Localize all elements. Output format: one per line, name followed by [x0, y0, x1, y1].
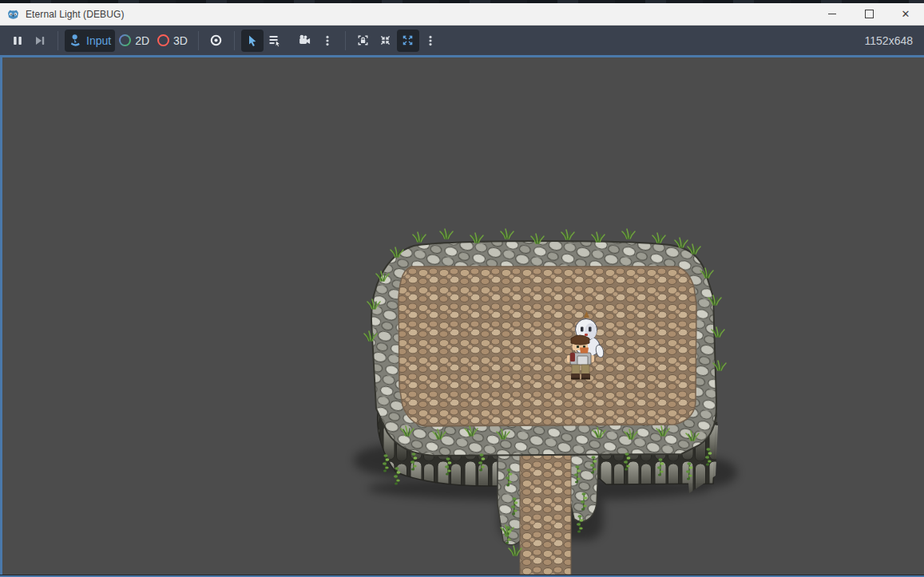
window-controls: ✕ [814, 3, 924, 25]
maximize-icon [865, 10, 874, 18]
input-mode-label: Input [86, 34, 111, 47]
frame-lock-icon [356, 34, 370, 47]
camera-target-button[interactable] [205, 30, 228, 52]
expand-window-button[interactable] [397, 30, 419, 52]
pause-button[interactable] [6, 30, 29, 52]
circle-dot-icon [209, 34, 223, 47]
mode-3d-label: 3D [173, 34, 188, 47]
green-ring-icon [119, 34, 131, 46]
toolbar-separator [345, 31, 346, 50]
embed-game-button[interactable] [352, 30, 375, 52]
select-mode-button[interactable] [241, 30, 264, 52]
select-list-button[interactable] [264, 30, 286, 52]
mode-2d-label: 2D [135, 34, 149, 47]
kebab-menu-icon [321, 34, 334, 47]
godot-icon [7, 8, 19, 20]
input-mode-button[interactable]: Input [65, 30, 115, 52]
toolbar-separator [234, 31, 235, 50]
resolution-label: 1152x648 [865, 34, 913, 47]
game-scene [2, 57, 924, 575]
mode-2d-button[interactable]: 2D [115, 30, 153, 52]
game-viewport[interactable] [0, 55, 924, 575]
next-frame-button[interactable] [29, 30, 51, 52]
shrink-window-button[interactable] [375, 30, 397, 52]
maximize-button[interactable] [851, 3, 887, 25]
list-cursor-icon [268, 34, 281, 47]
joystick-icon [69, 34, 82, 47]
close-button[interactable]: ✕ [887, 3, 924, 25]
game-debug-toolbar: Input 2D 3D [0, 26, 924, 55]
kebab-menu-icon [424, 34, 437, 47]
titlebar[interactable]: Eternal Light (DEBUG) ✕ [0, 3, 924, 26]
minimize-button[interactable] [814, 3, 851, 25]
next-frame-icon [34, 34, 46, 47]
window-title: Eternal Light (DEBUG) [26, 9, 124, 20]
plateau-cobblestone-top [399, 267, 696, 426]
camera-menu-button[interactable] [316, 30, 339, 52]
minimize-icon [828, 14, 836, 14]
window-menu-button[interactable] [419, 30, 442, 52]
close-icon: ✕ [902, 9, 910, 19]
toolbar-separator [58, 31, 58, 50]
app-window: Eternal Light (DEBUG) ✕ [0, 0, 924, 577]
toolbar-separator [198, 31, 199, 50]
camera-icon [298, 34, 311, 47]
pause-icon [11, 34, 24, 47]
mode-3d-button[interactable]: 3D [153, 30, 192, 52]
camera-override-button[interactable] [294, 30, 316, 52]
expand-arrows-icon [401, 34, 414, 47]
red-ring-icon [157, 34, 169, 46]
cursor-arrow-icon [246, 34, 259, 47]
shrink-arrows-icon [379, 34, 392, 47]
